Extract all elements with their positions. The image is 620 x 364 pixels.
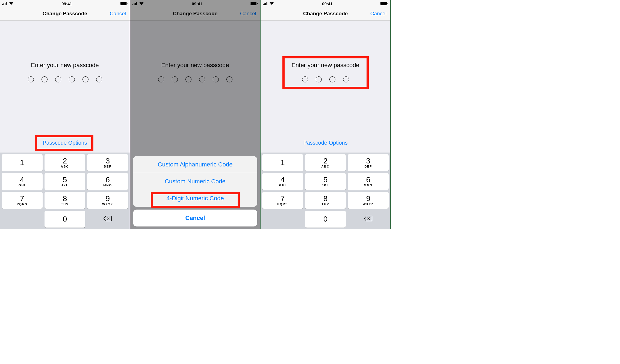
prompt-label: Enter your new passcode [0, 62, 130, 69]
key-7[interactable]: 7PQRS [2, 192, 43, 209]
key-1[interactable]: 1 [262, 154, 303, 171]
key-num: 5 [63, 176, 67, 184]
key-letters: PQRS [277, 202, 288, 206]
passcode-dot [316, 76, 322, 82]
key-num: 6 [105, 176, 110, 184]
key-num: 2 [323, 157, 328, 165]
key-9[interactable]: 9WXYZ [87, 192, 128, 209]
key-num: 9 [105, 195, 110, 202]
key-letters: WXYZ [363, 202, 374, 206]
wifi-icon [9, 1, 14, 6]
key-num: 7 [20, 195, 24, 202]
key-letters: GHI [19, 184, 26, 187]
key-num: 1 [20, 159, 24, 166]
key-num: 3 [105, 157, 110, 165]
sheet-cancel-button[interactable]: Cancel [133, 210, 257, 226]
passcode-dots [0, 76, 130, 82]
nav-title: Change Passcode [43, 11, 87, 17]
key-letters: DEF [364, 165, 372, 168]
svg-rect-16 [265, 3, 266, 5]
sheet-option-label: Custom Alphanumeric Code [158, 161, 233, 168]
content-area: Enter your new passcode Passcode Options [0, 21, 130, 153]
status-time: 09:41 [61, 1, 72, 6]
passcode-options-button[interactable]: Passcode Options [0, 140, 130, 146]
screen-2: 09:41 Change Passcode Cancel Enter your … [130, 0, 261, 229]
key-letters: MNO [364, 184, 373, 187]
action-sheet: Custom Alphanumeric Code Custom Numeric … [133, 156, 257, 226]
key-letters: WXYZ [102, 202, 113, 206]
key-num: 3 [366, 157, 370, 165]
passcode-dot [329, 76, 335, 82]
svg-rect-2 [5, 3, 5, 5]
key-5[interactable]: 5JKL [305, 173, 346, 190]
battery-icon [120, 1, 128, 6]
key-1[interactable]: 1 [2, 154, 43, 171]
key-letters: PQRS [17, 202, 27, 206]
backspace-icon [364, 216, 372, 223]
passcode-dot [69, 76, 75, 82]
nav-title: Change Passcode [303, 11, 348, 17]
key-num: 4 [281, 176, 285, 184]
key-3[interactable]: 3DEF [348, 154, 389, 171]
battery-icon [380, 1, 388, 6]
svg-rect-6 [127, 3, 128, 4]
key-num: 7 [281, 195, 285, 202]
key-letters: JKL [322, 184, 329, 187]
passcode-options-label: Passcode Options [303, 140, 347, 146]
backspace-key[interactable] [348, 211, 389, 228]
passcode-dot [82, 76, 88, 82]
sheet-option-alphanumeric[interactable]: Custom Alphanumeric Code [133, 156, 257, 173]
number-keypad: 1 2ABC 3DEF 4GHI 5JKL 6MNO 7PQRS 8TUV 9W… [0, 153, 130, 229]
key-2[interactable]: 2ABC [305, 154, 346, 171]
key-letters: DEF [104, 165, 111, 168]
key-8[interactable]: 8TUV [305, 192, 346, 209]
key-0[interactable]: 0 [45, 211, 85, 228]
key-3[interactable]: 3DEF [87, 154, 128, 171]
wifi-icon [269, 1, 274, 6]
key-blank [2, 211, 43, 228]
key-letters: GHI [279, 184, 286, 187]
sheet-option-label: Custom Numeric Code [165, 178, 226, 185]
key-4[interactable]: 4GHI [2, 173, 43, 190]
key-num: 6 [366, 176, 370, 184]
backspace-icon [104, 216, 112, 223]
sheet-cancel-label: Cancel [185, 214, 205, 222]
nav-bar: Change Passcode Cancel [0, 7, 130, 21]
key-6[interactable]: 6MNO [348, 173, 389, 190]
svg-rect-17 [267, 2, 267, 5]
key-0[interactable]: 0 [305, 211, 346, 228]
key-7[interactable]: 7PQRS [262, 192, 303, 209]
passcode-dot [28, 76, 34, 82]
screen-3: 09:41 Change Passcode Cancel Enter your … [261, 0, 391, 229]
sheet-option-numeric[interactable]: Custom Numeric Code [133, 173, 257, 190]
backspace-key[interactable] [87, 211, 128, 228]
key-4[interactable]: 4GHI [262, 173, 303, 190]
key-num: 5 [323, 176, 328, 184]
key-8[interactable]: 8TUV [45, 192, 85, 209]
passcode-dot [55, 76, 61, 82]
key-6[interactable]: 6MNO [87, 173, 128, 190]
sheet-option-4digit[interactable]: 4-Digit Numeric Code [133, 190, 257, 207]
passcode-options-label: Passcode Options [43, 140, 87, 146]
key-letters: TUV [61, 202, 69, 206]
sheet-option-label: 4-Digit Numeric Code [166, 195, 224, 202]
cancel-button[interactable]: Cancel [110, 11, 126, 17]
key-5[interactable]: 5JKL [45, 173, 85, 190]
svg-rect-20 [388, 3, 388, 4]
key-num: 1 [281, 159, 285, 166]
key-num: 2 [63, 157, 67, 165]
key-2[interactable]: 2ABC [45, 154, 85, 171]
passcode-dot [96, 76, 102, 82]
passcode-options-button[interactable]: Passcode Options [261, 140, 390, 146]
key-num: 0 [323, 215, 328, 223]
svg-rect-19 [381, 2, 387, 5]
key-num: 9 [366, 195, 370, 202]
svg-rect-14 [263, 4, 264, 5]
svg-rect-5 [120, 2, 126, 5]
key-9[interactable]: 9WXYZ [348, 192, 389, 209]
key-num: 0 [63, 215, 67, 223]
key-num: 8 [323, 195, 328, 202]
key-letters: JKL [61, 184, 69, 187]
cancel-button[interactable]: Cancel [370, 11, 386, 17]
status-bar: 09:41 [0, 0, 130, 7]
